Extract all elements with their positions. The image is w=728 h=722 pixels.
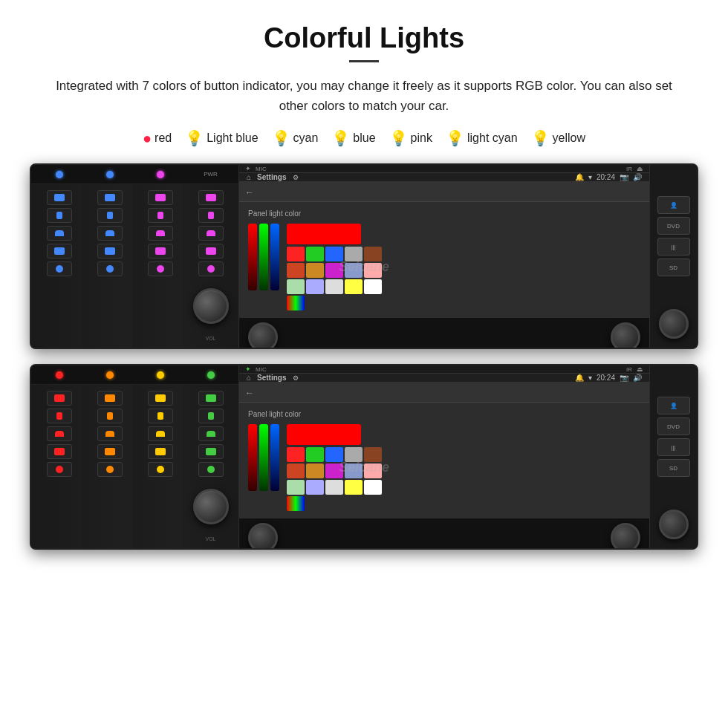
btm-vol-knob[interactable] — [193, 489, 229, 524]
btm-back-arrow-icon[interactable]: ← — [245, 388, 254, 398]
btm-swatch-6[interactable] — [306, 464, 324, 478]
btm-right-main-knob[interactable] — [659, 510, 689, 539]
btm-btn-music-p1[interactable] — [47, 462, 72, 477]
swatch-9[interactable] — [364, 263, 382, 278]
btm-btn-music-p2[interactable] — [97, 462, 123, 477]
swatch-0[interactable] — [287, 247, 305, 261]
btm-grad-bar-green[interactable] — [259, 424, 268, 491]
btm-swatch-12[interactable] — [325, 480, 343, 495]
btm-btn-home-p3[interactable] — [148, 391, 173, 406]
btm-btn-android-p1[interactable] — [47, 426, 72, 441]
swatch-8[interactable] — [345, 263, 363, 278]
btn-home-p4[interactable] — [198, 190, 224, 205]
btm-swatch-13[interactable] — [345, 480, 363, 495]
swatch-11[interactable] — [306, 279, 324, 294]
swatch-6[interactable] — [306, 263, 324, 278]
btm-swatch-4[interactable] — [364, 447, 382, 462]
swatch-2[interactable] — [325, 247, 343, 261]
btm-btn-home-p4[interactable] — [198, 391, 224, 406]
btn-android-p2[interactable] — [97, 226, 123, 241]
top-left-stack: PWR VOL — [31, 165, 239, 348]
grad-bar-blue[interactable] — [270, 224, 279, 290]
swatch-12[interactable] — [325, 279, 343, 294]
btm-btn-back-p3[interactable] — [148, 409, 173, 423]
rbtn-eq[interactable]: ||| — [657, 238, 690, 256]
swatch-13[interactable] — [345, 279, 363, 294]
btm-btn-home-p1[interactable] — [47, 391, 72, 406]
btm-rbtn-eq[interactable]: ||| — [657, 438, 690, 456]
btm-btn-camera-p1[interactable] — [47, 444, 72, 459]
swatch-7[interactable] — [325, 263, 343, 278]
btm-btn-back-p2[interactable] — [97, 409, 123, 423]
btn-android-p3[interactable] — [148, 226, 173, 241]
btm-swatch-10[interactable] — [287, 480, 305, 495]
btm-swatch-9[interactable] — [364, 464, 382, 478]
grad-bar-green[interactable] — [259, 224, 268, 290]
btm-swatch-0[interactable] — [287, 447, 305, 462]
btm-swatch-5[interactable] — [287, 464, 305, 478]
btn-home-p1[interactable] — [47, 190, 72, 205]
swatch-3[interactable] — [345, 247, 363, 261]
btm-rbtn-dvd[interactable]: DVD — [657, 417, 690, 435]
btm-swatch-14[interactable] — [364, 480, 382, 495]
btm-btn-music-p4[interactable] — [198, 462, 224, 477]
btn-camera-p3[interactable] — [148, 244, 173, 258]
btn-android-p4[interactable] — [198, 226, 224, 241]
btn-home-p3[interactable] — [148, 190, 173, 205]
btn-back-p4[interactable] — [198, 208, 224, 223]
rbtn-sd[interactable]: SD — [657, 258, 690, 276]
rbtn-person[interactable]: 👤 — [657, 196, 690, 214]
btn-camera-p4[interactable] — [198, 244, 224, 258]
btm-swatch-7[interactable] — [325, 464, 343, 478]
swatch-4[interactable] — [364, 247, 382, 261]
tun-knob[interactable] — [248, 322, 278, 349]
grad-bar-red[interactable] — [248, 224, 257, 290]
btm-rbtn-person[interactable]: 👤 — [657, 397, 690, 414]
btm-btn-android-p4[interactable] — [198, 426, 224, 441]
btn-music-p4[interactable] — [198, 261, 224, 276]
swatch-rainbow[interactable] — [287, 296, 305, 310]
ent-knob[interactable] — [611, 322, 640, 349]
btm-btn-back-p1[interactable] — [47, 409, 72, 423]
btn-back-p1[interactable] — [47, 208, 72, 223]
btm-btn-back-p4[interactable] — [198, 409, 224, 423]
btm-swatch-2[interactable] — [325, 447, 343, 462]
swatch-14[interactable] — [364, 279, 382, 294]
btm-grad-bar-red[interactable] — [248, 424, 257, 491]
vol-knob-top[interactable] — [193, 288, 229, 324]
btm-ent-knob[interactable] — [611, 523, 640, 550]
btn-back-p3[interactable] — [148, 208, 173, 223]
swatch-5[interactable] — [287, 263, 305, 278]
btm-rbtn-sd[interactable]: SD — [657, 459, 690, 477]
btn-home-p2[interactable] — [97, 190, 123, 205]
btm-swatch-1[interactable] — [306, 447, 324, 462]
back-arrow-icon[interactable]: ← — [245, 187, 254, 198]
btn-music-p3[interactable] — [148, 261, 173, 276]
btm-tun-knob[interactable] — [248, 523, 278, 550]
btm-btn-camera-p2[interactable] — [97, 444, 123, 459]
btn-music-p2[interactable] — [97, 261, 123, 276]
rbtn-dvd[interactable]: DVD — [657, 217, 690, 235]
btm-swatch-11[interactable] — [306, 480, 324, 495]
btm-btn-home-p2[interactable] — [97, 391, 123, 406]
selected-color-swatch-top[interactable] — [287, 224, 361, 244]
btn-camera-p2[interactable] — [97, 244, 123, 258]
btn-back-p2[interactable] — [97, 208, 123, 223]
btm-btn-music-p3[interactable] — [148, 462, 173, 477]
swatch-10[interactable] — [287, 279, 305, 294]
btm-btn-camera-p3[interactable] — [148, 444, 173, 459]
btm-grad-bar-blue[interactable] — [270, 424, 279, 491]
btn-camera-p1[interactable] — [47, 244, 72, 258]
btm-btn-android-p2[interactable] — [97, 426, 123, 441]
btm-btn-camera-p4[interactable] — [198, 444, 224, 459]
btn-music-p1[interactable] — [47, 261, 72, 276]
btm-swatch-rainbow[interactable] — [287, 496, 305, 511]
right-main-knob[interactable] — [659, 309, 689, 339]
btm-swatch-3[interactable] — [345, 447, 363, 462]
btn-android-p1[interactable] — [47, 226, 72, 241]
btm-btn-android-p3[interactable] — [148, 426, 173, 441]
btm-selected-color-swatch[interactable] — [287, 424, 361, 445]
swatch-1[interactable] — [306, 247, 324, 261]
btm-swatch-8[interactable] — [345, 464, 363, 478]
panel-light-label-top: Panel light color — [248, 209, 640, 218]
